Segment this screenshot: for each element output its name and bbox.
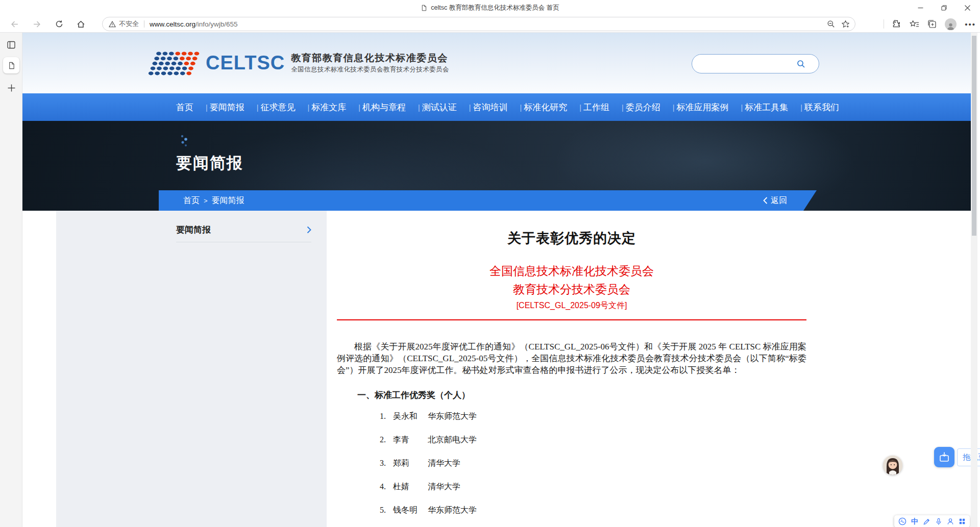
drag-drop-icon[interactable]	[934, 447, 954, 467]
nav-item-workgroups[interactable]: 工作组	[583, 102, 624, 113]
content-area: 要闻简报 关于表彰优秀的决定 全国信息技术标准化技术委员会 教育技术分技术委员会…	[22, 211, 971, 527]
award-row: 5.钱冬明华东师范大学	[380, 505, 806, 516]
page-banner: 要闻简报 首页 > 要闻简报 返回	[22, 121, 971, 211]
award-row: 3.郑莉清华大学	[380, 458, 806, 469]
org-name-line1: 教育部教育信息化技术标准委员会	[291, 52, 449, 64]
nav-item-standards[interactable]: 标准文库	[311, 102, 360, 113]
org-name-line2: 全国信息技术标准化技术委员会教育技术分技术委员会	[291, 65, 449, 74]
site-logo[interactable]: CELTSC 教育部教育信息化技术标准委员会 全国信息技术标准化技术委员会教育技…	[148, 33, 449, 93]
main-nav: 首页 要闻简报 征求意见 标准文库 机构与章程 测试认证 咨询培训 标准化研究 …	[22, 93, 971, 121]
article: 关于表彰优秀的决定 全国信息技术标准化技术委员会 教育技术分技术委员会 [CEL…	[327, 211, 971, 527]
site-security-chip[interactable]: 不安全	[109, 19, 139, 29]
zoom-out-indicator-icon[interactable]	[827, 20, 835, 28]
back-icon[interactable]	[7, 17, 21, 31]
nav-item-home[interactable]: 首页	[176, 102, 208, 113]
extensions-icon[interactable]	[892, 19, 901, 29]
award-row: 2.李青北京邮电大学	[380, 435, 806, 445]
ime-grid-icon[interactable]	[959, 518, 966, 525]
brand-name: CELTSC	[206, 52, 285, 74]
collections-icon[interactable]	[927, 19, 937, 29]
left-sidebar: 要闻简报	[56, 211, 327, 527]
forward-icon[interactable]	[30, 17, 44, 31]
active-tab-tile[interactable]	[3, 57, 19, 73]
breadcrumb-current[interactable]: 要闻简报	[212, 195, 244, 206]
page-viewport: CELTSC 教育部教育信息化技术标准委员会 全国信息技术标准化技术委员会教育技…	[22, 33, 971, 527]
nav-item-charter[interactable]: 机构与章程	[362, 102, 420, 113]
ime-logo-icon[interactable]	[898, 517, 906, 525]
warning-icon	[109, 21, 116, 28]
nav-item-research[interactable]: 标准化研究	[524, 102, 581, 113]
ime-mic-icon[interactable]	[935, 518, 942, 525]
breadcrumb-separator: >	[204, 197, 208, 205]
back-label: 返回	[771, 195, 787, 206]
search-icon[interactable]	[797, 60, 805, 68]
ime-pen-icon[interactable]	[923, 518, 930, 525]
article-subtitle-1: 全国信息技术标准化技术委员会	[337, 262, 806, 280]
close-button[interactable]	[955, 0, 979, 15]
ime-status-bar[interactable]: 中	[894, 515, 970, 527]
settings-menu-icon[interactable]: •••	[965, 20, 976, 29]
browser-toolbar: 不安全 www.celtsc.org/info/ywjb/655 •••	[0, 15, 980, 33]
site-header: CELTSC 教育部教育信息化技术标准委员会 全国信息技术标准化技术委员会教育技…	[22, 33, 971, 93]
divider	[144, 20, 144, 28]
breadcrumb-home-link[interactable]: 首页	[183, 195, 200, 206]
nav-item-contact[interactable]: 联系我们	[804, 102, 839, 113]
browser-titlebar: celtsc 教育部教育信息化技术标准委员会 首页	[0, 0, 980, 15]
nav-item-testing[interactable]: 测试认证	[422, 102, 471, 113]
address-bar[interactable]: 不安全 www.celtsc.org/info/ywjb/655	[102, 17, 855, 31]
page-icon	[8, 61, 15, 70]
award-row: 1.吴永和华东师范大学	[380, 411, 806, 422]
article-subtitle-2: 教育技术分技术委员会	[337, 280, 806, 298]
scrollbar[interactable]	[971, 33, 977, 527]
divider	[884, 19, 884, 29]
profile-avatar[interactable]	[945, 18, 957, 30]
award-row: 4.杜婧清华大学	[380, 482, 806, 492]
active-tab[interactable]: celtsc 教育部教育信息化技术标准委员会 首页	[0, 0, 980, 15]
award-list: 1.吴永和华东师范大学 2.李青北京邮电大学 3.郑莉清华大学 4.杜婧清华大学…	[337, 411, 806, 527]
refresh-icon[interactable]	[52, 17, 66, 31]
nav-item-training[interactable]: 咨询培训	[473, 102, 522, 113]
scrollbar-thumb[interactable]	[972, 36, 976, 236]
page-favicon-icon	[421, 4, 427, 12]
sidebar-item-news[interactable]: 要闻简报	[176, 218, 311, 242]
url-text: www.celtsc.org/info/ywjb/655	[150, 20, 238, 28]
search-input[interactable]	[692, 54, 819, 73]
back-link[interactable]: 返回	[763, 190, 787, 211]
ime-user-icon[interactable]	[947, 518, 954, 525]
minimize-button[interactable]	[909, 0, 932, 15]
tab-panel-toggle-icon[interactable]	[4, 38, 18, 52]
breadcrumb: 首页 > 要闻简报 返回	[159, 190, 817, 211]
section-heading: 一、标准工作优秀奖（个人）	[357, 389, 806, 401]
nav-item-tools[interactable]: 标准工具集	[745, 102, 802, 113]
chevron-left-icon	[763, 197, 768, 204]
favorites-icon[interactable]	[910, 20, 919, 29]
nav-item-cases[interactable]: 标准应用案例	[677, 102, 743, 113]
tab-title: celtsc 教育部教育信息化技术标准委员会 首页	[431, 4, 559, 12]
vertical-tabs-rail	[0, 33, 22, 527]
article-title: 关于表彰优秀的决定	[337, 229, 806, 247]
add-favorite-icon[interactable]	[841, 20, 850, 29]
new-tab-icon[interactable]	[4, 81, 18, 95]
security-label: 不安全	[119, 19, 139, 29]
sidebar-item-label: 要闻简报	[176, 224, 211, 236]
nav-item-news[interactable]: 要闻简报	[210, 102, 259, 113]
assistant-avatar[interactable]	[883, 456, 902, 475]
article-paragraph: 根据《关于开展2025年度评优工作的通知》（CELTSC_GL_2025-06号…	[337, 341, 806, 376]
ime-mode-chinese[interactable]: 中	[911, 518, 918, 525]
nav-item-comments[interactable]: 征求意见	[261, 102, 310, 113]
document-number: [CELTSC_GL_2025-09号文件]	[337, 300, 806, 311]
home-icon[interactable]	[74, 17, 88, 31]
banner-arrow-icon	[180, 134, 190, 147]
chevron-right-icon	[307, 226, 311, 234]
page-title: 要闻简报	[176, 153, 243, 174]
nav-item-members[interactable]: 委员介绍	[626, 102, 675, 113]
red-divider	[337, 319, 806, 320]
logo-dots-icon	[148, 50, 202, 77]
restore-button[interactable]	[932, 0, 955, 15]
